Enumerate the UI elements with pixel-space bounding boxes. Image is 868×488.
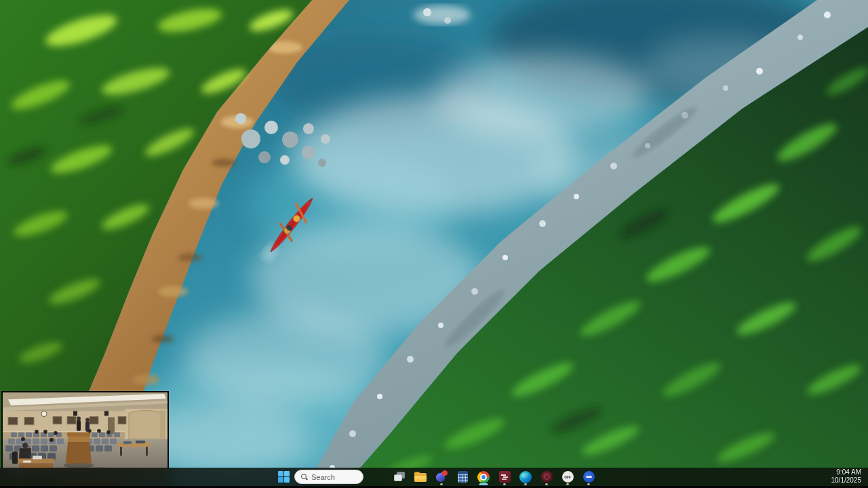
clock-time: 9:04 AM (831, 468, 862, 476)
edge-icon (519, 471, 532, 483)
notification-badge (442, 470, 448, 476)
search-input[interactable]: Search (294, 470, 363, 484)
purple-app-button[interactable] (433, 469, 450, 485)
running-indicator (440, 483, 443, 485)
calculator-icon (458, 471, 468, 483)
active-app-indicator (479, 483, 488, 485)
file-explorer-button[interactable] (412, 469, 429, 485)
chrome-icon (477, 471, 490, 483)
running-indicator (587, 483, 590, 485)
river-rapids-rocks (414, 5, 471, 24)
edge-button[interactable] (517, 469, 534, 485)
maroon-app-icon (499, 471, 511, 483)
file-explorer-icon (414, 473, 427, 482)
windows-logo-icon (278, 471, 283, 476)
blue-app-icon (583, 471, 595, 483)
off-app-icon: OFF (562, 471, 574, 483)
blue-app-button[interactable] (580, 469, 597, 485)
running-indicator (566, 483, 569, 485)
chrome-button[interactable] (475, 469, 492, 485)
search-placeholder: Search (311, 473, 335, 481)
taskbar-clock[interactable]: 9:04 AM 10/1/2025 (831, 468, 862, 485)
task-view-button[interactable] (391, 469, 408, 485)
task-view-icon (394, 472, 406, 482)
search-icon (301, 474, 307, 480)
clock-date: 10/1/2025 (831, 476, 862, 485)
dark-red-app-button[interactable] (538, 469, 555, 485)
off-app-button[interactable]: OFF (559, 469, 576, 485)
calculator-button[interactable] (454, 469, 471, 485)
dark-red-app-icon (541, 471, 553, 483)
start-button[interactable] (278, 471, 290, 483)
purple-app-icon (436, 472, 447, 483)
maroon-app-button[interactable] (496, 469, 513, 485)
taskbar-icon-row: OFF (391, 468, 597, 486)
desktop-screen: Search (0, 0, 868, 488)
running-indicator (524, 483, 527, 485)
running-indicator (545, 483, 548, 485)
running-indicator (503, 483, 506, 485)
